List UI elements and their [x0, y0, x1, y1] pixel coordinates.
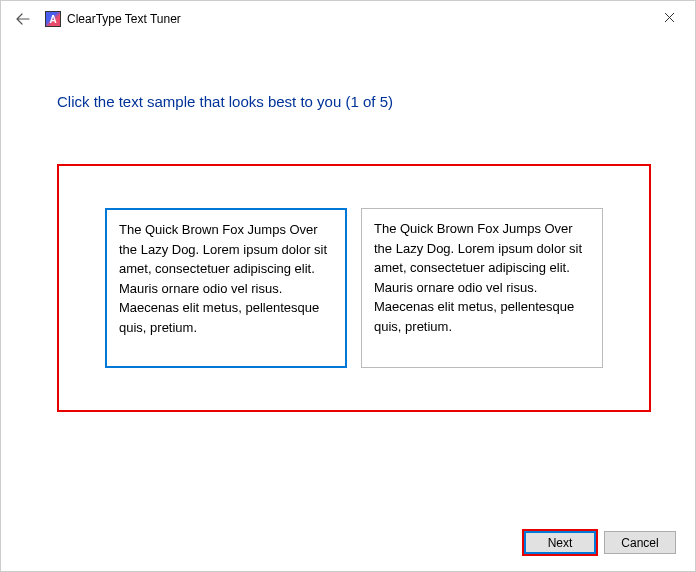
text-sample-1[interactable]: The Quick Brown Fox Jumps Over the Lazy …	[105, 208, 347, 368]
app-icon-letter: A	[49, 14, 56, 25]
back-button[interactable]	[9, 5, 37, 33]
wizard-footer: Next Cancel	[524, 531, 676, 554]
next-button[interactable]: Next	[524, 531, 596, 554]
cancel-button[interactable]: Cancel	[604, 531, 676, 554]
close-button[interactable]	[651, 5, 687, 29]
titlebar: A ClearType Text Tuner	[1, 1, 695, 37]
wizard-heading: Click the text sample that looks best to…	[57, 93, 651, 110]
window-title: ClearType Text Tuner	[67, 12, 181, 26]
text-sample-2[interactable]: The Quick Brown Fox Jumps Over the Lazy …	[361, 208, 603, 368]
wizard-content: Click the text sample that looks best to…	[1, 37, 695, 412]
text-sample-1-content: The Quick Brown Fox Jumps Over the Lazy …	[119, 222, 327, 335]
samples-highlight-box: The Quick Brown Fox Jumps Over the Lazy …	[57, 164, 651, 412]
close-icon	[664, 12, 675, 23]
back-arrow-icon	[15, 11, 31, 27]
text-sample-2-content: The Quick Brown Fox Jumps Over the Lazy …	[374, 221, 582, 334]
app-icon: A	[45, 11, 61, 27]
